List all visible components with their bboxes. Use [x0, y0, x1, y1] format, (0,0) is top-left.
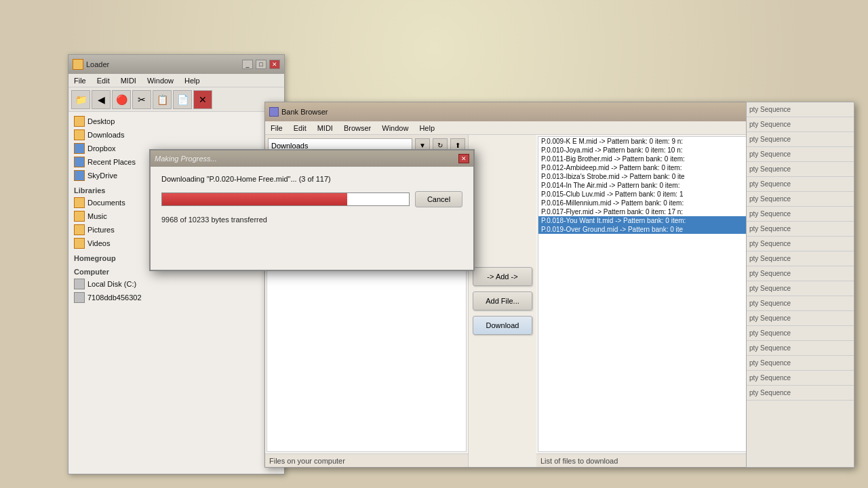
toolbar-btn-fwd[interactable]: 🔴 [112, 90, 131, 109]
menu-edit[interactable]: Edit [94, 77, 113, 85]
toolbar-btn-paste[interactable]: 📄 [173, 90, 192, 109]
bank-browser-title: Bank Browser [281, 108, 809, 116]
nav-icon-dropbox [74, 143, 85, 154]
progress-message: Downloading "P.0.020-Home Free.mid"... (… [161, 175, 462, 183]
sidebar-sequence-item[interactable]: pty Sequence [747, 237, 854, 251]
sidebar-sequence-item[interactable]: pty Sequence [747, 222, 854, 237]
nav-item-desktop[interactable]: Desktop [71, 115, 281, 128]
explorer-titlebar: Loader _ □ ✕ [68, 55, 284, 74]
bank-menu-window[interactable]: Window [379, 124, 411, 132]
nav-label-skydrive: SkyDrive [87, 171, 117, 180]
progress-bytes: 9968 of 10233 bytes transferred [161, 216, 462, 224]
sidebar-sequence-item[interactable]: pty Sequence [747, 326, 854, 341]
sidebar-sequence-item[interactable]: pty Sequence [747, 192, 854, 207]
sidebar-sequence-item[interactable]: pty Sequence [747, 356, 854, 371]
nav-icon-localdisk [74, 279, 85, 289]
bank-browser-icon [269, 107, 279, 117]
nav-icon-skydrive [74, 170, 85, 181]
sidebar-sequence-item[interactable]: pty Sequence [747, 207, 854, 222]
nav-icon-music [74, 211, 85, 222]
nav-item-network-drive[interactable]: 7108ddb456302 [71, 291, 281, 304]
download-button[interactable]: Download [473, 316, 532, 335]
explorer-title: Loader [86, 60, 239, 68]
add-button[interactable]: -> Add -> [473, 267, 532, 286]
explorer-toolbar: 📁 ◀ 🔴 ✂ 📋 📄 ✕ [68, 87, 284, 112]
nav-icon-network-drive [74, 292, 85, 303]
file-list-footer-label: Files on your computer [269, 457, 345, 465]
nav-icon-recent [74, 157, 85, 167]
nav-item-downloads[interactable]: Downloads [71, 128, 281, 142]
sidebar-sequence-item[interactable]: pty Sequence [747, 177, 854, 192]
menu-help[interactable]: Help [182, 77, 203, 85]
progress-bar-track [161, 192, 410, 206]
sidebar-sequence-item[interactable]: pty Sequence [747, 281, 854, 296]
sidebar-sequence-item[interactable]: pty Sequence [747, 132, 854, 147]
sidebar-sequence-item[interactable]: pty Sequence [747, 162, 854, 177]
sidebar-sequence-item[interactable]: pty Sequence [747, 311, 854, 326]
nav-icon-documents [74, 197, 85, 208]
bank-menu-browser[interactable]: Browser [341, 124, 374, 132]
explorer-window-icon [73, 59, 83, 70]
progress-dialog: Making Progress... ✕ Downloading "P.0.02… [149, 149, 475, 271]
explorer-menu: File Edit MIDI Window Help [68, 74, 284, 87]
bank-menu-edit[interactable]: Edit [291, 124, 309, 132]
explorer-minimize-btn[interactable]: _ [242, 60, 253, 69]
toolbar-btn-back[interactable]: ◀ [92, 90, 111, 109]
sidebar-sequence-item[interactable]: pty Sequence [747, 371, 854, 386]
nav-icon-downloads [74, 129, 85, 140]
progress-title: Making Progress... [155, 155, 458, 163]
toolbar-btn-cut[interactable]: ✂ [132, 90, 151, 109]
nav-icon-desktop [74, 116, 85, 127]
progress-bar-container: Cancel [161, 191, 462, 207]
menu-file[interactable]: File [71, 77, 89, 85]
right-sidebar: pty Sequencepty Sequencepty Sequencepty … [746, 102, 854, 468]
nav-icon-pictures [74, 224, 85, 235]
cancel-button[interactable]: Cancel [415, 191, 462, 207]
add-file-button[interactable]: Add File... [473, 291, 532, 310]
toolbar-btn-delete[interactable]: ✕ [193, 90, 212, 109]
nav-label-music: Music [87, 212, 107, 220]
nav-label-downloads: Downloads [87, 131, 124, 139]
middle-buttons-panel: -> Add -> Add File... Download [469, 135, 536, 467]
explorer-close-btn[interactable]: ✕ [269, 60, 280, 69]
nav-label-network-drive: 7108ddb456302 [87, 293, 142, 302]
explorer-maximize-btn[interactable]: □ [256, 60, 267, 69]
nav-item-localdisk[interactable]: Local Disk (C:) [71, 277, 281, 291]
bank-menu-file[interactable]: File [268, 124, 285, 132]
progress-body: Downloading "P.0.020-Home Free.mid"... (… [151, 167, 473, 232]
sidebar-sequence-item[interactable]: pty Sequence [747, 102, 854, 117]
nav-label-recent: Recent Places [87, 158, 136, 166]
sidebar-sequence-item[interactable]: pty Sequence [747, 266, 854, 281]
progress-bar-fill [162, 193, 347, 205]
download-footer-label: List of files to download [540, 457, 618, 465]
nav-icon-videos [74, 238, 85, 249]
bank-menu-midi[interactable]: MIDI [315, 124, 336, 132]
nav-label-pictures: Pictures [87, 226, 115, 234]
bank-menu-help[interactable]: Help [416, 124, 437, 132]
nav-label-videos: Videos [87, 239, 110, 247]
progress-titlebar: Making Progress... ✕ [151, 150, 473, 167]
toolbar-btn-folder[interactable]: 📁 [71, 90, 90, 109]
menu-midi[interactable]: MIDI [118, 77, 139, 85]
sidebar-sequence-item[interactable]: pty Sequence [747, 147, 854, 162]
sidebar-sequence-item[interactable]: pty Sequence [747, 296, 854, 311]
nav-label-localdisk: Local Disk (C:) [87, 280, 136, 288]
nav-label-desktop: Desktop [87, 117, 115, 125]
sidebar-sequence-item[interactable]: pty Sequence [747, 341, 854, 356]
progress-close-btn[interactable]: ✕ [458, 154, 469, 163]
sidebar-sequence-item[interactable]: pty Sequence [747, 117, 854, 132]
file-list-footer: Files on your computer [265, 453, 468, 467]
nav-label-documents: Documents [87, 199, 125, 207]
nav-label-dropbox: Dropbox [87, 144, 116, 152]
sidebar-sequence-item[interactable]: pty Sequence [747, 251, 854, 266]
sidebar-sequence-item[interactable]: pty Sequence [747, 386, 854, 401]
menu-window[interactable]: Window [144, 77, 176, 85]
toolbar-btn-copy[interactable]: 📋 [153, 90, 172, 109]
